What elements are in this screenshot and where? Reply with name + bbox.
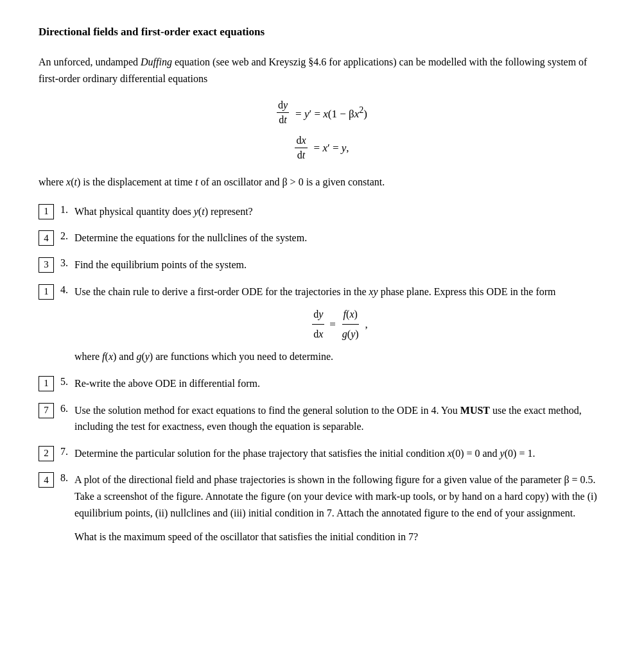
problem-text-4: Use the chain rule to derive a first-ord… bbox=[74, 284, 605, 365]
problem-list: 1 1. What physical quantity does y(t) re… bbox=[39, 203, 605, 545]
problem-item-7: 2 7. Determine the particular solution f… bbox=[39, 445, 605, 462]
marks-box-2: 4 bbox=[39, 230, 54, 246]
problem-item-6: 7 6. Use the solution method for exact e… bbox=[39, 402, 605, 435]
equation-row-2: dx dt = x′ = y, bbox=[295, 135, 349, 161]
problem-text-3: Find the equilibrium points of the syste… bbox=[74, 257, 605, 273]
problem-item-8: 4 8. A plot of the directional field and… bbox=[39, 472, 605, 545]
sub-note-4: where f(x) and g(y) are functions which … bbox=[74, 348, 605, 365]
problem-text-8: A plot of the directional field and phas… bbox=[74, 472, 605, 545]
problem-text-5: Re-write the above ODE in differential f… bbox=[74, 375, 605, 392]
problem-item-2: 4 2. Determine the equations for the nul… bbox=[39, 230, 605, 246]
marks-box-8: 4 bbox=[39, 472, 54, 488]
problem-number-7: 7. bbox=[60, 446, 68, 457]
problem-text-2: Determine the equations for the nullclin… bbox=[74, 230, 605, 246]
sub-equation-4: dy dx = f(x) g(y) , bbox=[74, 306, 605, 342]
fraction-dy-dx: dy dx bbox=[312, 306, 324, 342]
page-container: Directional fields and first-order exact… bbox=[39, 26, 605, 545]
marks-box-4: 1 bbox=[39, 284, 54, 300]
problem-text-1: What physical quantity does y(t) represe… bbox=[74, 203, 605, 220]
intro-paragraph: An unforced, undamped Duffing equation (… bbox=[39, 54, 605, 87]
problem-number-2: 2. bbox=[60, 230, 68, 242]
fraction-dx-dt: dx dt bbox=[295, 135, 307, 161]
marks-box-7: 2 bbox=[39, 446, 54, 461]
problem-text-7: Determine the particular solution for th… bbox=[74, 445, 605, 462]
problem-item-3: 3 3. Find the equilibrium points of the … bbox=[39, 257, 605, 273]
problem-item-5: 1 5. Re-write the above ODE in different… bbox=[39, 375, 605, 392]
problem-number-6: 6. bbox=[60, 403, 68, 414]
problem-item-1: 1 1. What physical quantity does y(t) re… bbox=[39, 203, 605, 220]
final-question-8: What is the maximum speed of the oscilla… bbox=[74, 529, 605, 545]
equations-block: dy dt = y′ = x(1 − βx2) dx dt = x′ = y, bbox=[39, 99, 605, 161]
problem-number-1: 1. bbox=[60, 204, 68, 216]
page-title: Directional fields and first-order exact… bbox=[39, 26, 605, 38]
problem-text-6: Use the solution method for exact equati… bbox=[74, 402, 605, 435]
problem-number-5: 5. bbox=[60, 376, 68, 388]
marks-box-6: 7 bbox=[39, 403, 54, 418]
equation-row-1: dy dt = y′ = x(1 − βx2) bbox=[277, 99, 367, 126]
duffing-text: Duffing bbox=[141, 56, 172, 67]
fraction-fx-gy: f(x) g(y) bbox=[341, 306, 360, 342]
problem-number-4: 4. bbox=[60, 284, 68, 296]
where-constant-text: where x(t) is the displacement at time t… bbox=[39, 174, 605, 191]
problem-number-8: 8. bbox=[60, 472, 68, 484]
problem-item-4: 1 4. Use the chain rule to derive a firs… bbox=[39, 284, 605, 365]
fraction-dy-dt: dy dt bbox=[277, 99, 289, 126]
marks-box-1: 1 bbox=[39, 204, 54, 219]
problem-number-3: 3. bbox=[60, 257, 68, 269]
marks-box-5: 1 bbox=[39, 376, 54, 391]
marks-box-3: 3 bbox=[39, 257, 54, 273]
